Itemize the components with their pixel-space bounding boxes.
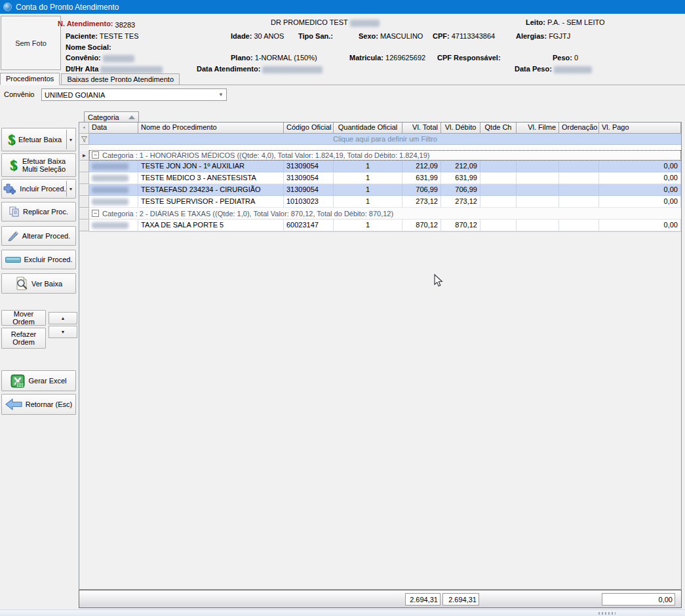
row-indicator-column: * ► xyxy=(79,123,89,231)
collapse-icon[interactable]: − xyxy=(92,210,99,217)
filter-row[interactable]: Clique aqui para definir um Filtro xyxy=(89,134,681,145)
col-quantidade[interactable]: Quantidade Oficial xyxy=(334,123,402,134)
convenio-value: UNIMED GOIANIA xyxy=(45,91,105,99)
add-icon xyxy=(3,183,16,195)
redacted-doctor-suffix xyxy=(350,20,380,27)
cell-vl-debito: 273,12 xyxy=(441,196,480,208)
move-down-button[interactable]: ▼ xyxy=(49,326,77,338)
retornar-button[interactable]: Retornar (Esc) xyxy=(1,394,76,415)
replicar-proc-button[interactable]: Replicar Proc. xyxy=(1,202,76,221)
alterar-proced-button[interactable]: Alterar Proced. xyxy=(1,226,76,246)
window-bottom-edge xyxy=(0,609,685,616)
grid-main: * ► Data Nome do Procedimento Código Ofi… xyxy=(79,122,682,590)
redacted-date xyxy=(92,163,128,170)
mover-ordem-button[interactable]: Mover Ordem xyxy=(1,310,46,326)
sexo-field: Sexo: MASCULINO xyxy=(359,32,423,40)
cell-nome: TESTE JON JON - 1º AUXILIAR xyxy=(138,161,284,172)
cell-codigo: 10103023 xyxy=(284,196,334,208)
table-row[interactable]: TESTE SUPERVISOR - PEDIATRA 10103023 1 2… xyxy=(89,196,681,208)
dollar-icon: $ xyxy=(10,158,17,172)
group-row-categoria-1[interactable]: − Categoria : 1 - HONORÁRIOS MÉDICOS ((Q… xyxy=(89,150,681,161)
table-row[interactable]: TESTAEFASD 234234 - CIRURGIÃO 31309054 1… xyxy=(89,184,681,196)
collapse-icon[interactable]: − xyxy=(92,151,99,159)
efetuar-baixa-button[interactable]: $ Efetuar Baixa ▼ xyxy=(1,128,76,151)
cell-nome: TESTE SUPERVISOR - PEDIATRA xyxy=(138,196,284,208)
cell-vl-debito: 631,99 xyxy=(441,172,480,184)
resize-grip[interactable] xyxy=(598,612,616,615)
table-row[interactable]: TESTE MEDICO 3 - ANESTESISTA 31309054 1 … xyxy=(89,172,681,184)
cell-vl-pago: 0,00 xyxy=(599,172,681,184)
alergias-field: Alergias: FGJTJ xyxy=(516,32,570,40)
col-ordenacao[interactable]: Ordenação xyxy=(559,123,599,134)
col-vl-debito[interactable]: Vl. Débito xyxy=(441,123,480,134)
cell-vl-pago: 0,00 xyxy=(599,184,681,196)
matricula-field: Matricula: 1269625692 xyxy=(349,54,425,62)
move-up-button[interactable]: ▲ xyxy=(49,312,77,324)
convenio-row: Convênio UNIMED GOIANIA ▼ xyxy=(0,86,685,104)
col-qtde-ch[interactable]: Qtde Ch xyxy=(480,123,517,134)
tab-baixas[interactable]: Baixas deste Pronto Atendimento xyxy=(61,73,180,85)
excel-icon xyxy=(10,374,25,388)
col-nome[interactable]: Nome do Procedimento xyxy=(138,123,284,134)
incluir-proced-button[interactable]: Incluir Proced. ▼ xyxy=(1,179,76,199)
cpf-responsavel-field: CPF Responsável: xyxy=(437,54,501,62)
cell-ordenacao xyxy=(559,161,599,172)
table-row[interactable]: TESTE JON JON - 1º AUXILIAR 31309054 1 2… xyxy=(89,161,681,172)
cell-vl-total: 706,99 xyxy=(402,184,441,196)
photo-placeholder: Sem Foto xyxy=(1,16,61,70)
cell-vl-debito: 870,12 xyxy=(441,220,480,231)
cpf-field: CPF: 47113343864 xyxy=(433,32,495,40)
edit-icon xyxy=(7,231,19,241)
group-row-categoria-2[interactable]: − Categoria : 2 - DIÁRIAS E TAXAS ((Qtde… xyxy=(89,208,681,220)
atendimento-field: N. Atendimento: 38283 xyxy=(58,20,135,28)
refazer-ordem-button[interactable]: Refazer Ordem xyxy=(1,328,46,349)
cell-vl-filme xyxy=(517,172,559,184)
convenio-dropdown[interactable]: UNIMED GOIANIA ▼ xyxy=(41,88,227,101)
group-by-panel: Categoria xyxy=(79,106,682,122)
chevron-down-icon[interactable]: ▼ xyxy=(218,92,224,98)
cell-qtde-ch xyxy=(480,220,517,231)
redacted-date xyxy=(92,222,128,229)
filter-funnel-icon xyxy=(79,134,89,145)
efetuar-baixa-multi-button[interactable]: $ Efetuar Baixa Multi Seleção xyxy=(1,153,76,177)
data-peso-field: Data Peso: xyxy=(515,65,592,73)
cell-qtd: 1 xyxy=(334,220,402,231)
mouse-cursor xyxy=(434,274,443,288)
indicator-header-icon: * xyxy=(79,123,89,134)
col-data[interactable]: Data xyxy=(89,123,138,134)
cell-qtde-ch xyxy=(480,184,517,196)
ver-baixa-button[interactable]: Ver Baixa xyxy=(1,273,76,294)
col-vl-filme[interactable]: Vl. Filme xyxy=(517,123,559,134)
window-title: Conta do Pronto Atendimento xyxy=(16,3,119,12)
search-doc-icon xyxy=(15,277,28,291)
convenio-field: Convênio: xyxy=(66,54,134,62)
nome-social-field: Nome Social: xyxy=(66,43,111,51)
cell-qtd: 1 xyxy=(334,172,402,184)
table-row[interactable]: TAXA DE SALA PORTE 5 60023147 1 870,12 8… xyxy=(89,220,681,231)
cell-ordenacao xyxy=(559,172,599,184)
cell-ordenacao xyxy=(559,184,599,196)
cell-vl-pago: 0,00 xyxy=(599,161,681,172)
leito-field: Leito: P.A. - SEM LEITO xyxy=(526,18,605,26)
incluir-proced-dropdown-arrow[interactable]: ▼ xyxy=(66,181,75,197)
col-vl-pago[interactable]: Vl. Pago xyxy=(599,123,681,134)
gerar-excel-button[interactable]: Gerar Excel xyxy=(1,370,76,391)
cell-codigo: 31309054 xyxy=(284,184,334,196)
cell-vl-filme xyxy=(517,220,559,231)
procedures-grid: Categoria * ► Data Nome do Procedimento … xyxy=(79,106,682,608)
cell-qtde-ch xyxy=(480,161,517,172)
cell-vl-total: 631,99 xyxy=(402,172,441,184)
cell-qtd: 1 xyxy=(334,196,402,208)
arrow-down-icon: ▼ xyxy=(61,330,66,334)
efetuar-baixa-dropdown-arrow[interactable]: ▼ xyxy=(66,130,75,149)
data-atendimento-field: Data Atendimento: xyxy=(197,65,323,73)
cell-data xyxy=(89,161,138,172)
cell-vl-debito: 212,09 xyxy=(441,161,480,172)
tab-procedimentos[interactable]: Procedimentos xyxy=(0,73,60,85)
back-arrow-icon xyxy=(5,398,22,410)
col-codigo[interactable]: Código Oficial xyxy=(284,123,334,134)
excluir-proced-button[interactable]: Excluir Proced. xyxy=(1,250,76,269)
col-vl-total[interactable]: Vl. Total xyxy=(402,123,441,134)
cell-vl-total: 870,12 xyxy=(402,220,441,231)
group-by-categoria[interactable]: Categoria xyxy=(84,111,139,123)
